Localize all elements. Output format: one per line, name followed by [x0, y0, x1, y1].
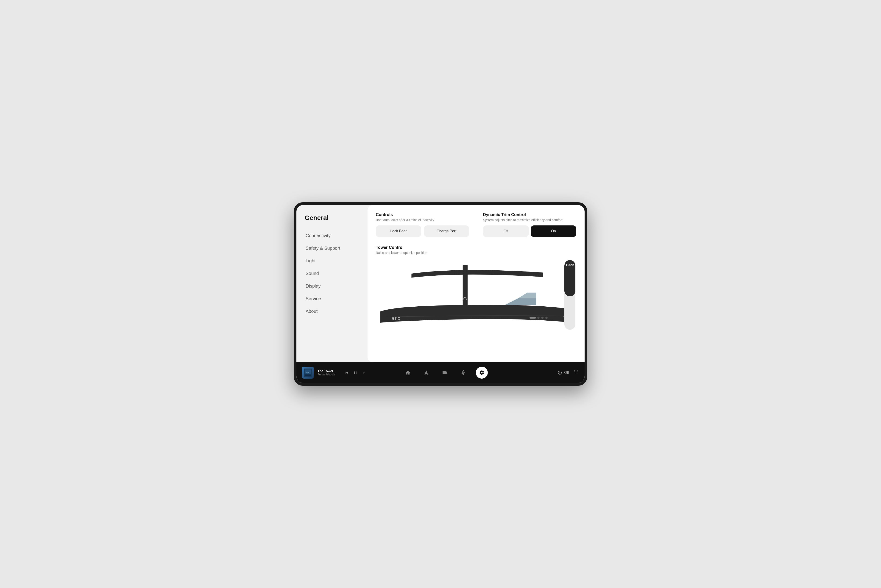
pause-icon	[353, 370, 357, 375]
settings-button[interactable]	[476, 367, 488, 379]
svg-point-3	[542, 317, 544, 319]
trim-off-button[interactable]: Off	[483, 225, 529, 237]
music-artist: Future Islands	[318, 373, 339, 376]
sidebar-item-about[interactable]: About	[302, 306, 362, 317]
sidebar: General Connectivity Safety & Support Li…	[296, 205, 368, 362]
dynamic-trim-description: System adjusts pitch to maximize efficie…	[483, 218, 576, 222]
svg-point-2	[537, 317, 540, 319]
slider-fill: 100%	[564, 260, 575, 296]
svg-point-4	[545, 317, 548, 319]
music-info: The Tower Future Islands	[318, 369, 339, 376]
next-button[interactable]	[362, 370, 366, 375]
grid-icon	[573, 369, 579, 375]
tower-section: Tower Control Raise and lower to optimiz…	[376, 245, 576, 332]
camera-icon	[442, 370, 447, 375]
svg-rect-5	[530, 317, 536, 319]
sidebar-item-safety[interactable]: Safety & Support	[302, 242, 362, 254]
navigation-icon	[423, 370, 429, 375]
dynamic-trim-title: Dynamic Trim Control	[483, 212, 576, 217]
dynamic-trim-toggle: Off On	[483, 225, 576, 237]
tower-content: arc	[376, 258, 576, 332]
sections-row: Controls Boat auto-locks after 30 mins o…	[376, 212, 576, 237]
music-title: The Tower	[318, 369, 339, 373]
dynamic-trim-section: Dynamic Trim Control System adjusts pitc…	[483, 212, 576, 237]
tower-title: Tower Control	[376, 245, 576, 250]
slider-value: 100%	[566, 263, 574, 267]
content-inner: Controls Boat auto-locks after 30 mins o…	[368, 205, 585, 362]
main-area: General Connectivity Safety & Support Li…	[296, 205, 585, 362]
home-nav-button[interactable]	[402, 367, 413, 378]
sidebar-item-display[interactable]: Display	[302, 280, 362, 292]
page-title: General	[302, 212, 362, 224]
bottom-bar: ARC The Tower Future Islands	[296, 362, 585, 383]
sidebar-item-sound[interactable]: Sound	[302, 268, 362, 279]
power-label: Off	[564, 370, 569, 375]
album-art: ARC	[302, 367, 314, 379]
boat-image: arc	[376, 258, 576, 332]
navigation-button[interactable]	[421, 367, 432, 378]
controls-buttons: Lock Boat Charge Port	[376, 225, 469, 237]
controls-section: Controls Boat auto-locks after 30 mins o…	[376, 212, 469, 237]
lock-boat-button[interactable]: Lock Boat	[376, 225, 421, 237]
power-status: Off	[557, 370, 569, 375]
svg-text:ARC: ARC	[305, 371, 310, 374]
prev-button[interactable]	[345, 370, 349, 375]
slider-track: 100%	[564, 260, 575, 330]
screen: General Connectivity Safety & Support Li…	[296, 205, 585, 383]
tower-description: Raise and lower to optimize position	[376, 251, 576, 255]
media-controls	[345, 370, 366, 375]
home-icon	[405, 370, 411, 375]
sidebar-item-light[interactable]: Light	[302, 255, 362, 267]
content-panel: Controls Boat auto-locks after 30 mins o…	[368, 205, 585, 362]
charge-port-button[interactable]: Charge Port	[424, 225, 470, 237]
tower-slider[interactable]: 100%	[563, 258, 576, 332]
next-icon	[362, 370, 366, 375]
sidebar-item-connectivity[interactable]: Connectivity	[302, 230, 362, 242]
boat-svg: arc	[376, 260, 576, 332]
sidebar-item-service[interactable]: Service	[302, 293, 362, 304]
pause-button[interactable]	[353, 370, 357, 375]
controls-title: Controls	[376, 212, 469, 217]
grid-button[interactable]	[573, 369, 579, 376]
prev-icon	[345, 370, 349, 375]
album-art-inner: ARC	[302, 367, 314, 379]
svg-text:arc: arc	[392, 316, 401, 321]
power-icon	[557, 370, 562, 375]
camera-button[interactable]	[439, 367, 450, 378]
nav-center	[366, 367, 524, 379]
surf-icon	[460, 370, 466, 375]
right-controls: Off	[524, 369, 579, 376]
album-icon: ARC	[304, 369, 312, 377]
surf-button[interactable]	[458, 367, 468, 378]
gear-icon	[479, 370, 485, 375]
controls-description: Boat auto-locks after 30 mins of inactiv…	[376, 218, 469, 222]
device-frame: General Connectivity Safety & Support Li…	[294, 202, 587, 386]
trim-on-button[interactable]: On	[531, 225, 576, 237]
music-section: ARC The Tower Future Islands	[302, 367, 366, 379]
